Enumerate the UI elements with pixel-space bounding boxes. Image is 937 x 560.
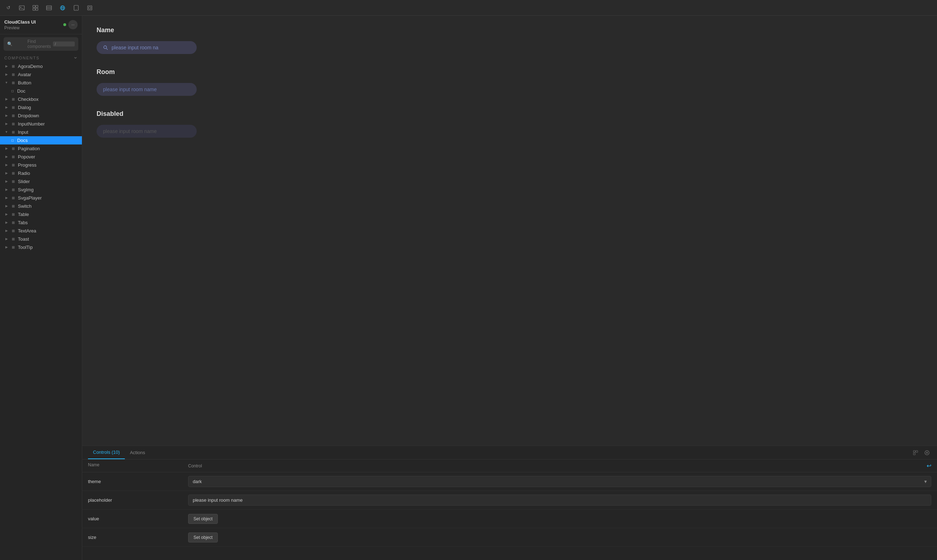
sidebar-item-agorademo[interactable]: ▶ ⊞ AgoraDemo <box>0 62 82 71</box>
sidebar-item-toast[interactable]: ▶ ⊞ Toast <box>0 235 82 243</box>
sidebar-item-input[interactable]: ▼ ⊞ Input <box>0 128 82 136</box>
svg-rect-3 <box>36 5 38 8</box>
sidebar-item-radio[interactable]: ▶ ⊞ Radio <box>0 169 82 177</box>
sidebar-item-button-doc[interactable]: □ Doc <box>0 87 82 95</box>
tab-actions[interactable]: Actions <box>125 446 150 459</box>
sidebar-item-tooltip[interactable]: ▶ ⊞ ToolTip <box>0 243 82 251</box>
sidebar-item-textarea[interactable]: ▶ ⊞ TextArea <box>0 227 82 235</box>
disabled-section: Disabled please input room name <box>97 110 923 138</box>
component-icon: ⊞ <box>11 179 16 184</box>
sidebar-item-slider[interactable]: ▶ ⊞ Slider <box>0 177 82 186</box>
expand-icon: ▼ <box>4 130 9 134</box>
item-label: Pagination <box>18 146 40 151</box>
sidebar-item-input-docs[interactable]: □ Docs <box>0 136 82 145</box>
search-icon: 🔍 <box>7 42 25 46</box>
component-icon: ⊞ <box>11 121 16 126</box>
item-label: Dialog <box>18 105 31 110</box>
sidebar-item-svgimg[interactable]: ▶ ⊞ SvgImg <box>0 186 82 194</box>
col-name-header: Name <box>88 462 188 469</box>
item-label: Avatar <box>18 72 31 77</box>
svg-rect-20 <box>913 453 915 455</box>
component-icon: ⊞ <box>11 220 16 225</box>
svg-rect-18 <box>913 451 915 452</box>
expand-icon: ▶ <box>4 154 9 159</box>
status-indicator <box>63 23 66 26</box>
toolbar-tablet-icon[interactable] <box>72 4 80 12</box>
expand-icon: ▶ <box>4 163 9 167</box>
expand-icon: ▶ <box>4 188 9 192</box>
item-label: Toast <box>18 236 29 242</box>
sidebar-item-checkbox[interactable]: ▶ ⊞ Checkbox <box>0 95 82 103</box>
col-control-header: Control ↩ <box>188 462 931 469</box>
size-set-object-button[interactable]: Set object <box>188 532 218 543</box>
more-menu-button[interactable]: ··· <box>68 20 78 29</box>
toolbar-grid-icon[interactable] <box>31 4 39 12</box>
component-icon: ⊞ <box>11 203 16 208</box>
sidebar-item-svgaplayer[interactable]: ▶ ⊞ SvgaPlayer <box>0 194 82 202</box>
item-label: Input <box>18 129 28 135</box>
expand-icon: ▶ <box>4 237 9 241</box>
value-set-object-button[interactable]: Set object <box>188 514 218 524</box>
expand-icon: ▶ <box>4 179 9 183</box>
expand-icon: ▶ <box>4 220 9 225</box>
sidebar-item-tabs[interactable]: ▶ ⊞ Tabs <box>0 218 82 227</box>
sidebar-item-dialog[interactable]: ▶ ⊞ Dialog <box>0 103 82 112</box>
disabled-section-title: Disabled <box>97 110 923 118</box>
sidebar-header: CloudClass UI Preview ··· <box>0 16 82 34</box>
input-search-icon <box>103 45 108 50</box>
sidebar-item-dropdown[interactable]: ▶ ⊞ Dropdown <box>0 112 82 120</box>
sidebar-item-inputnumber[interactable]: ▶ ⊞ InputNumber <box>0 120 82 128</box>
sidebar-item-avatar[interactable]: ▶ ⊞ Avatar <box>0 71 82 78</box>
component-icon: ⊞ <box>11 171 16 175</box>
item-label: Popover <box>18 154 35 160</box>
expand-icon: ▶ <box>4 105 9 109</box>
doc-icon: □ <box>10 88 15 93</box>
svg-rect-19 <box>916 451 918 452</box>
components-section-header[interactable]: COMPONENTS <box>0 54 82 62</box>
tab-controls[interactable]: Controls (10) <box>88 446 125 459</box>
control-name-placeholder: placeholder <box>88 497 188 503</box>
component-icon: ⊞ <box>11 113 16 118</box>
controls-tabs-bar: Controls (10) Actions <box>82 446 937 460</box>
component-icon: ⊞ <box>11 72 16 77</box>
svg-rect-6 <box>46 6 51 10</box>
item-label: Radio <box>18 171 30 176</box>
controls-table-header: Name Control ↩ <box>82 460 937 472</box>
toolbar-frame-icon[interactable] <box>86 4 94 12</box>
search-placeholder: Find components <box>28 39 51 49</box>
item-label: InputNumber <box>18 121 45 126</box>
search-components-input[interactable]: 🔍 Find components / <box>3 37 78 51</box>
component-icon: ⊞ <box>11 146 16 151</box>
component-icon: ⊞ <box>11 80 16 85</box>
component-icon: ⊞ <box>11 245 16 249</box>
content-area: Name please input room na Room please in… <box>82 16 937 560</box>
theme-select[interactable]: dark light <box>188 476 931 487</box>
toolbar-list-icon[interactable] <box>45 4 53 12</box>
toolbar-globe-icon[interactable] <box>58 4 66 12</box>
sidebar-item-popover[interactable]: ▶ ⊞ Popover <box>0 153 82 161</box>
sidebar-item-button[interactable]: ▼ ⊞ Button <box>0 78 82 87</box>
sidebar-item-table[interactable]: ▶ ⊞ Table <box>0 210 82 218</box>
panel-close-icon[interactable] <box>923 448 931 457</box>
sidebar-component-list: ▶ ⊞ AgoraDemo ▶ ⊞ Avatar ▼ ⊞ Button □ Do… <box>0 62 82 560</box>
sidebar-item-progress[interactable]: ▶ ⊞ Progress <box>0 161 82 169</box>
item-label: Dropdown <box>18 113 39 118</box>
toolbar: ↺ <box>0 0 937 16</box>
placeholder-input[interactable] <box>188 495 931 506</box>
room-input-preview[interactable]: please input room name <box>97 83 197 96</box>
app-title-block: CloudClass UI Preview <box>4 19 36 31</box>
expand-icon: ▶ <box>4 245 9 249</box>
expand-icon: ▶ <box>4 72 9 77</box>
sidebar-item-switch[interactable]: ▶ ⊞ Switch <box>0 202 82 210</box>
toolbar-refresh-icon[interactable]: ↺ <box>4 4 12 12</box>
expand-icon: ▶ <box>4 212 9 216</box>
name-input-preview[interactable]: please input room na <box>97 41 197 54</box>
item-label: Doc <box>17 88 25 94</box>
toolbar-image-icon[interactable] <box>18 4 26 12</box>
item-label: ToolTip <box>18 245 32 250</box>
item-label: Progress <box>18 162 37 168</box>
sidebar-item-pagination[interactable]: ▶ ⊞ Pagination <box>0 145 82 153</box>
panel-expand-icon[interactable] <box>911 448 920 457</box>
app-subtitle: Preview <box>4 25 36 31</box>
reset-controls-icon[interactable]: ↩ <box>927 462 931 469</box>
